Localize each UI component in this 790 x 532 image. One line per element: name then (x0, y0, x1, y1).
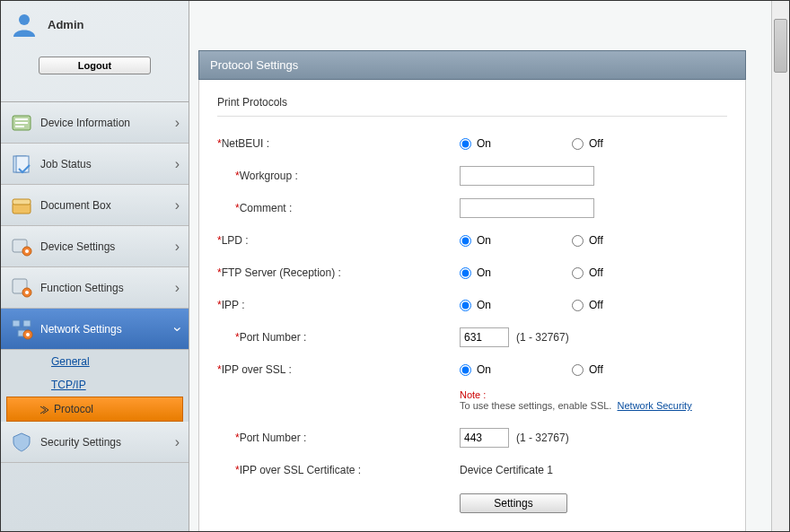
subnav-protocol[interactable]: Protocol (6, 397, 183, 422)
nav-label: Security Settings (40, 436, 175, 449)
row-lpd: *LPD : On Off (217, 224, 727, 257)
svg-rect-15 (13, 320, 20, 327)
nav-label: Function Settings (40, 282, 175, 294)
content-scroll[interactable]: Protocol Settings Print Protocols *NetBE… (189, 1, 771, 531)
section-header: Protocol Settings (198, 50, 746, 80)
svg-rect-2 (15, 118, 28, 120)
cert-settings-button[interactable]: Settings (460, 493, 567, 513)
nav-network-settings[interactable]: Network Settings › (1, 309, 189, 350)
ipp-ssl-port-range: (1 - 32767) (516, 432, 569, 444)
row-ftp: *FTP Server (Reception) : On Off (217, 257, 727, 289)
network-settings-icon (10, 318, 33, 341)
svg-rect-16 (23, 320, 31, 327)
user-icon (10, 10, 39, 39)
nav-label: Device Settings (40, 240, 175, 253)
chevron-right-icon: › (175, 115, 180, 131)
nav-label: Job Status (40, 158, 175, 170)
document-box-icon (10, 194, 33, 217)
section-body: Print Protocols *NetBEUI : On Off *Workg… (198, 80, 746, 531)
logout-button[interactable]: Logout (39, 57, 151, 74)
label-ipp-port: Port Number : (240, 331, 307, 344)
svg-point-14 (25, 291, 29, 294)
workgroup-input[interactable] (460, 166, 594, 186)
chevron-right-icon: › (175, 239, 180, 255)
user-name: Admin (48, 18, 83, 31)
label-ipp: IPP : (222, 299, 245, 311)
row-ipp-auth: IPP Authentication : On Off (217, 526, 727, 531)
label-ipp-ssl-cert: IPP over SSL Certificate : (240, 464, 361, 476)
scrollbar-thumb[interactable] (774, 19, 787, 73)
label-workgroup: Workgroup : (240, 170, 298, 182)
netbeui-on-radio[interactable] (460, 138, 471, 150)
outer-scrollbar[interactable] (771, 1, 789, 531)
note-label: Note : (460, 389, 486, 400)
nav-label: Network Settings (40, 323, 175, 336)
ipp-port-range: (1 - 32767) (516, 331, 569, 344)
comment-input[interactable] (460, 198, 594, 218)
label-ftp: FTP Server (Reception) : (222, 266, 341, 279)
nav-label: Device Information (40, 117, 175, 129)
sidebar: Admin Logout Device Information › Job St… (1, 1, 189, 531)
subnav-label: Protocol (54, 403, 93, 415)
ipp-off-radio[interactable] (572, 300, 584, 311)
subnav-tcpip[interactable]: TCP/IP (1, 373, 189, 397)
label-netbeui: NetBEUI : (222, 137, 269, 150)
label-comment: Comment : (240, 202, 293, 214)
nav: Device Information › Job Status › Docume… (1, 101, 189, 531)
nav-function-settings[interactable]: Function Settings › (1, 267, 189, 309)
row-ipp: *IPP : On Off (217, 289, 727, 321)
note-text: To use these settings, enable SSL. (460, 400, 611, 411)
svg-rect-8 (13, 199, 31, 205)
ftp-on-radio[interactable] (460, 267, 471, 279)
ipp-ssl-port-input[interactable] (460, 428, 509, 448)
row-netbeui: *NetBEUI : On Off (217, 127, 727, 160)
user-box: Admin Logout (1, 1, 189, 101)
nav-document-box[interactable]: Document Box › (1, 185, 189, 226)
lpd-on-radio[interactable] (460, 235, 471, 247)
netbeui-off-radio[interactable] (572, 138, 584, 150)
row-comment: *Comment : (217, 192, 727, 224)
svg-point-11 (25, 249, 29, 253)
svg-rect-3 (15, 122, 28, 124)
arrow-right-icon (40, 405, 48, 414)
section-title: Print Protocols (217, 89, 727, 117)
label-ipp-ssl: IPP over SSL : (222, 363, 292, 376)
function-settings-icon (10, 276, 33, 300)
row-ipp-ssl-port: *Port Number : (1 - 32767) (217, 422, 727, 454)
chevron-right-icon: › (175, 156, 180, 172)
subnav-network: General TCP/IP Protocol (1, 350, 189, 422)
chevron-right-icon: › (175, 434, 180, 450)
svg-rect-4 (15, 126, 24, 127)
subnav-general[interactable]: General (1, 350, 189, 373)
chevron-right-icon: › (175, 280, 180, 296)
network-security-link[interactable]: Network Security (618, 400, 692, 411)
ipp-ssl-off-radio[interactable] (572, 364, 584, 376)
label-ipp-ssl-port: Port Number : (240, 432, 307, 444)
lpd-off-radio[interactable] (572, 235, 584, 247)
ipp-ssl-cert-value: Device Certificate 1 (460, 464, 553, 476)
ipp-port-input[interactable] (460, 327, 509, 347)
chevron-right-icon: › (175, 197, 180, 214)
row-ipp-ssl: *IPP over SSL : On Off (217, 353, 727, 386)
ipp-ssl-on-radio[interactable] (460, 364, 471, 376)
row-ipp-ssl-cert: *IPP over SSL Certificate : Device Certi… (217, 454, 727, 486)
job-status-icon (10, 153, 33, 176)
svg-point-0 (19, 14, 30, 25)
row-ipp-port: *Port Number : (1 - 32767) (217, 321, 727, 353)
security-settings-icon (10, 431, 33, 454)
nav-label: Document Box (40, 199, 175, 212)
ftp-off-radio[interactable] (572, 267, 584, 279)
nav-device-settings[interactable]: Device Settings › (1, 226, 189, 267)
svg-rect-6 (16, 156, 29, 172)
device-info-icon (10, 111, 33, 135)
content: Protocol Settings Print Protocols *NetBE… (189, 1, 789, 531)
row-workgroup: *Workgroup : (217, 160, 727, 192)
label-lpd: LPD : (222, 234, 249, 247)
ipp-on-radio[interactable] (460, 300, 471, 311)
ssl-note: Note : To use these settings, enable SSL… (460, 389, 727, 411)
device-settings-icon (10, 235, 33, 258)
nav-security-settings[interactable]: Security Settings › (1, 422, 189, 463)
chevron-down-icon: › (169, 327, 185, 331)
nav-device-information[interactable]: Device Information › (1, 102, 189, 144)
nav-job-status[interactable]: Job Status › (1, 144, 189, 185)
